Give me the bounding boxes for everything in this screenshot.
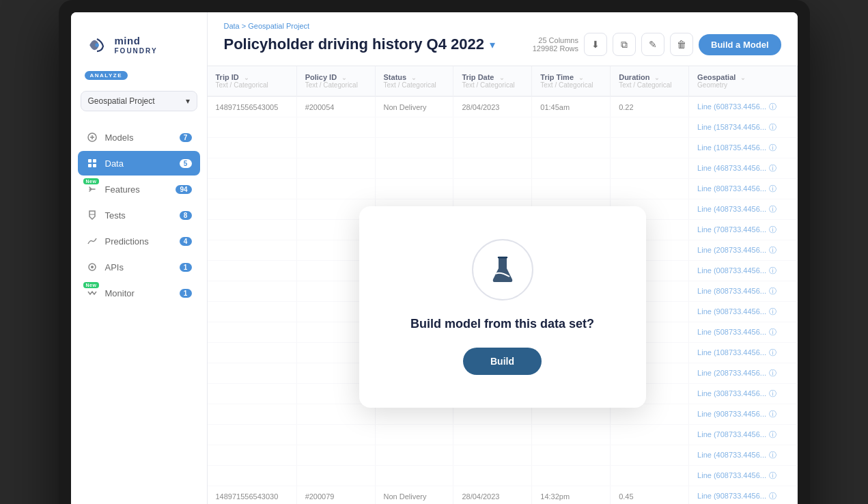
svg-rect-5 — [93, 164, 96, 167]
title-dropdown-icon[interactable]: ▾ — [490, 38, 495, 51]
page-title: Policyholder driving history Q4 2022 — [224, 36, 484, 53]
modal-overlay: Build model from this data set? Build — [208, 66, 798, 504]
sidebar-item-tests[interactable]: Tests 8 — [78, 203, 200, 227]
breadcrumb-data[interactable]: Data — [224, 22, 240, 30]
modal-icon-circle — [472, 239, 533, 300]
main-content: Data > Geospatial Project Policyholder d… — [208, 12, 798, 504]
modal-build-button[interactable]: Build — [463, 348, 542, 375]
predictions-icon — [86, 235, 98, 247]
breadcrumb: Data > Geospatial Project — [224, 22, 781, 30]
svg-point-0 — [95, 43, 98, 46]
tests-icon — [86, 209, 98, 221]
header-actions: 25 Columns 129982 Rows ⬇ ⧉ ✎ 🗑 Build a M… — [533, 33, 781, 56]
sidebar-item-monitor-label: Monitor — [105, 288, 173, 298]
sidebar-apis-badge: 1 — [180, 263, 192, 272]
project-selector-chevron: ▾ — [186, 96, 190, 106]
sidebar-item-tests-label: Tests — [105, 210, 173, 221]
sidebar-predictions-badge: 4 — [180, 237, 192, 246]
build-model-button[interactable]: Build a Model — [699, 34, 781, 55]
sidebar-item-monitor[interactable]: New Monitor 1 — [78, 281, 200, 305]
sidebar-item-data[interactable]: Data 5 — [78, 151, 200, 176]
modal-card: Build model from this data set? Build — [359, 206, 646, 408]
sidebar-data-badge: 5 — [180, 159, 192, 168]
modal-title: Build model from this data set? — [400, 317, 605, 331]
svg-rect-4 — [88, 164, 92, 167]
logo-area: mind FOUNDRY — [71, 26, 207, 71]
sidebar-item-models[interactable]: Models 7 — [78, 125, 200, 150]
data-icon — [86, 157, 98, 169]
monitor-new-badge: New — [83, 282, 100, 288]
sidebar-item-predictions-label: Predictions — [105, 236, 173, 247]
sidebar-item-predictions[interactable]: Predictions 4 — [78, 229, 200, 253]
flask-icon — [486, 253, 519, 286]
sidebar-models-badge: 7 — [180, 133, 192, 142]
sidebar-item-features[interactable]: New Features 94 — [78, 177, 200, 201]
table-wrapper: Trip ID ⌄ Text / Categorical Policy ID ⌄… — [208, 66, 798, 504]
sidebar-monitor-badge: 1 — [180, 289, 192, 298]
content-header: Data > Geospatial Project Policyholder d… — [208, 12, 798, 66]
svg-point-7 — [91, 266, 94, 268]
sidebar-item-apis[interactable]: APIs 1 — [78, 255, 200, 279]
laptop-frame: mind FOUNDRY ANALYZE Geospatial Project … — [59, 0, 810, 504]
breadcrumb-project[interactable]: Geospatial Project — [248, 22, 309, 30]
copy-button[interactable]: ⧉ — [613, 33, 636, 56]
apis-icon — [86, 261, 98, 273]
mindfoundry-logo-icon — [85, 33, 109, 57]
sidebar-tests-badge: 8 — [180, 211, 192, 220]
page-meta: 25 Columns 129982 Rows — [533, 36, 578, 53]
sidebar-item-data-label: Data — [105, 158, 173, 169]
sidebar-item-apis-label: APIs — [105, 262, 173, 272]
logo-text: mind FOUNDRY — [115, 36, 158, 55]
app-container: mind FOUNDRY ANALYZE Geospatial Project … — [71, 12, 798, 504]
sidebar-features-badge: 94 — [176, 185, 191, 194]
columns-count: 25 Columns — [538, 36, 578, 44]
analyze-badge: ANALYZE — [85, 71, 128, 80]
project-selector[interactable]: Geospatial Project ▾ — [81, 91, 197, 111]
logo-mind: mind — [115, 36, 158, 47]
sidebar-item-features-label: Features — [105, 184, 169, 195]
project-selector-label: Geospatial Project — [88, 96, 155, 106]
models-icon — [86, 131, 98, 143]
download-button[interactable]: ⬇ — [584, 33, 607, 56]
svg-rect-3 — [93, 159, 96, 163]
features-icon — [86, 183, 98, 195]
monitor-icon — [86, 287, 98, 299]
nav-items: Models 7 Data 5 New — [71, 125, 207, 504]
page-title-row: Policyholder driving history Q4 2022 ▾ 2… — [224, 33, 781, 56]
delete-button[interactable]: 🗑 — [670, 33, 693, 56]
logo-foundry: FOUNDRY — [115, 47, 158, 55]
sidebar: mind FOUNDRY ANALYZE Geospatial Project … — [71, 12, 208, 504]
svg-rect-2 — [88, 159, 92, 163]
screen: mind FOUNDRY ANALYZE Geospatial Project … — [71, 12, 798, 504]
features-new-badge: New — [83, 178, 100, 184]
page-title-left: Policyholder driving history Q4 2022 ▾ — [224, 36, 495, 53]
rows-count: 129982 Rows — [533, 44, 578, 53]
edit-button[interactable]: ✎ — [641, 33, 664, 56]
sidebar-item-models-label: Models — [105, 132, 173, 143]
breadcrumb-sep: > — [242, 22, 248, 30]
